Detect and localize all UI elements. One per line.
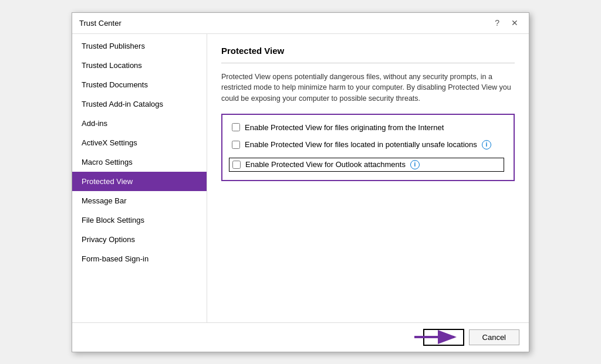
sidebar-item-trusted-add-in-catalogs[interactable]: Trusted Add-in Catalogs <box>72 94 207 114</box>
sidebar-item-macro-settings[interactable]: Macro Settings <box>72 152 207 172</box>
cancel-button[interactable]: Cancel <box>469 329 519 345</box>
sidebar-item-trusted-locations[interactable]: Trusted Locations <box>72 56 207 75</box>
dialog-footer: OK Cancel <box>72 322 529 352</box>
help-button[interactable]: ? <box>491 17 503 29</box>
sidebar-item-protected-view[interactable]: Protected View <box>72 172 207 191</box>
sidebar-item-activex-settings[interactable]: ActiveX Settings <box>72 133 207 152</box>
cb-outlook-label: Enable Protected View for Outlook attach… <box>245 160 406 169</box>
cb-unsafe-locations-info-icon[interactable]: i <box>482 140 491 149</box>
sidebar: Trusted PublishersTrusted LocationsTrust… <box>72 34 207 322</box>
sidebar-item-trusted-publishers[interactable]: Trusted Publishers <box>72 36 207 56</box>
main-content: Protected View Protected View opens pote… <box>207 34 529 322</box>
cb-internet-label: Enable Protected View for files originat… <box>245 123 444 132</box>
sidebar-item-form-based-sign-in[interactable]: Form-based Sign-in <box>72 249 207 268</box>
trust-center-dialog: Trust Center ? ✕ Trusted PublishersTrust… <box>72 12 529 352</box>
section-divider <box>221 63 515 63</box>
sidebar-item-privacy-options[interactable]: Privacy Options <box>72 230 207 249</box>
sidebar-item-file-block-settings[interactable]: File Block Settings <box>72 210 207 230</box>
checkbox-row-cb-outlook: Enable Protected View for Outlook attach… <box>229 158 504 172</box>
cb-outlook-info-icon[interactable]: i <box>410 160 420 169</box>
title-bar-buttons: ? ✕ <box>491 17 522 29</box>
checkbox-group: Enable Protected View for files originat… <box>221 114 515 181</box>
cb-outlook-checkbox[interactable] <box>232 161 241 169</box>
close-button[interactable]: ✕ <box>508 17 522 29</box>
section-title: Protected View <box>221 46 515 56</box>
description-text: Protected View opens potentially dangero… <box>221 72 515 104</box>
arrow-icon <box>414 328 461 346</box>
sidebar-item-trusted-documents[interactable]: Trusted Documents <box>72 75 207 94</box>
checkbox-row-cb-unsafe-locations: Enable Protected View for files located … <box>232 140 504 149</box>
dialog-title: Trust Center <box>79 19 121 28</box>
cb-internet-checkbox[interactable] <box>232 123 240 131</box>
checkbox-row-cb-internet: Enable Protected View for files originat… <box>232 123 504 132</box>
sidebar-item-message-bar[interactable]: Message Bar <box>72 191 207 210</box>
dialog-body: Trusted PublishersTrusted LocationsTrust… <box>72 34 529 322</box>
cb-unsafe-locations-label: Enable Protected View for files located … <box>245 140 477 149</box>
sidebar-item-add-ins[interactable]: Add-ins <box>72 114 207 133</box>
arrow-container <box>414 328 461 346</box>
cb-unsafe-locations-checkbox[interactable] <box>232 141 240 149</box>
title-bar: Trust Center ? ✕ <box>72 13 529 34</box>
